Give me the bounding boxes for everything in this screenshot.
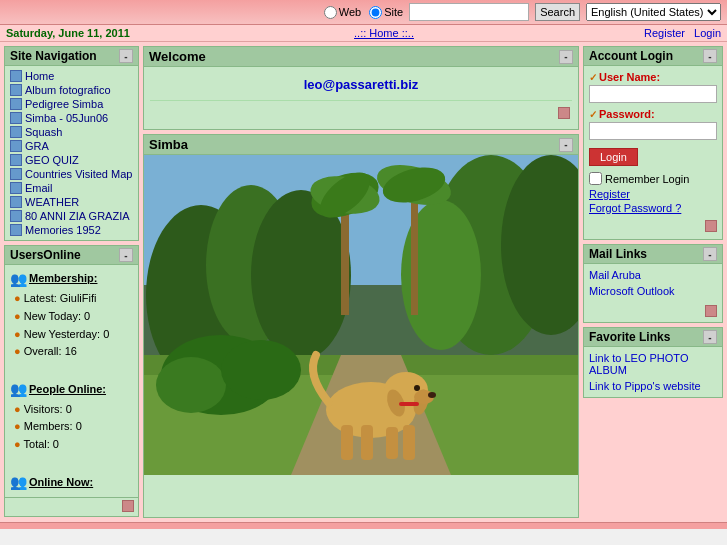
microsoft-outlook-link[interactable]: Microsoft Outlook bbox=[589, 283, 717, 299]
register-link[interactable]: Register bbox=[644, 27, 685, 39]
favorite-links-panel: Favorite Links - Link to LEO PHOTO ALBUM… bbox=[583, 327, 723, 398]
users-online-collapse-button[interactable]: - bbox=[119, 248, 133, 262]
mail-scroll-icon[interactable] bbox=[705, 305, 717, 317]
username-input[interactable] bbox=[589, 85, 717, 103]
overall-row: ● Overall: 16 bbox=[10, 343, 133, 361]
users-online-body: 👥 Membership: ● Latest: GiuliFifi ● New … bbox=[5, 265, 138, 497]
nav-email-link[interactable]: Email bbox=[25, 182, 53, 194]
online-now-icon: 👥 bbox=[10, 471, 27, 493]
svg-point-25 bbox=[428, 392, 436, 398]
people-online-label: People Online: bbox=[29, 381, 106, 399]
mail-links-title: Mail Links bbox=[589, 247, 647, 261]
nav-memories-link[interactable]: Memories 1952 bbox=[25, 224, 101, 236]
login-header-link[interactable]: Login bbox=[694, 27, 721, 39]
site-navigation-panel: Site Navigation - Home Album fotografico… bbox=[4, 46, 139, 241]
nav-gra-link[interactable]: GRA bbox=[25, 140, 49, 152]
welcome-img-placeholder bbox=[150, 105, 572, 123]
svg-point-26 bbox=[414, 385, 420, 391]
login-button[interactable]: Login bbox=[589, 148, 638, 166]
people-online-icon: 👥 bbox=[10, 378, 27, 400]
list-item: WEATHER bbox=[10, 195, 133, 209]
leo-photo-album-link[interactable]: Link to LEO PHOTO ALBUM bbox=[589, 350, 717, 378]
nav-pedigree-link[interactable]: Pedigree Simba bbox=[25, 98, 103, 110]
search-button[interactable]: Search bbox=[535, 3, 580, 21]
nav-squash-link[interactable]: Squash bbox=[25, 126, 62, 138]
favorite-links-header: Favorite Links - bbox=[584, 328, 722, 347]
remember-login-label: Remember Login bbox=[605, 173, 689, 185]
account-login-title: Account Login bbox=[589, 49, 673, 63]
welcome-title: Welcome bbox=[149, 49, 206, 64]
users-online-header: UsersOnline - bbox=[5, 246, 138, 265]
svg-rect-27 bbox=[399, 402, 419, 406]
login-scroll-icon[interactable] bbox=[705, 220, 717, 232]
nav-gra-icon bbox=[10, 140, 22, 152]
list-item: Pedigree Simba bbox=[10, 97, 133, 111]
membership-icon: 👥 bbox=[10, 268, 27, 290]
radio-site[interactable] bbox=[369, 6, 382, 19]
mail-links-collapse-button[interactable]: - bbox=[703, 247, 717, 261]
simba-image-area bbox=[144, 155, 578, 475]
nav-simba-link[interactable]: Simba - 05Jun06 bbox=[25, 112, 108, 124]
mail-panel-footer bbox=[589, 299, 717, 319]
site-navigation-body: Home Album fotografico Pedigree Simba Si… bbox=[5, 66, 138, 240]
visitors-text: Visitors: 0 bbox=[24, 403, 72, 415]
radio-web[interactable] bbox=[324, 6, 337, 19]
total-text: Total: 0 bbox=[24, 438, 59, 450]
login-links: Register Forgot Password ? bbox=[589, 188, 717, 214]
nav-squash-icon bbox=[10, 126, 22, 138]
welcome-collapse-button[interactable]: - bbox=[559, 50, 573, 64]
list-item: Email bbox=[10, 181, 133, 195]
overall-icon: ● bbox=[14, 345, 21, 357]
membership-label: Membership: bbox=[29, 270, 97, 288]
language-select[interactable]: English (United States) bbox=[586, 3, 721, 21]
latest-row: ● Latest: GiuliFifi bbox=[10, 290, 133, 308]
radio-site-label[interactable]: Site bbox=[369, 6, 403, 19]
nav-countries-link[interactable]: Countries Visited Map bbox=[25, 168, 132, 180]
site-nav-collapse-button[interactable]: - bbox=[119, 49, 133, 63]
welcome-scroll-icon[interactable] bbox=[558, 107, 570, 119]
visitors-row: ● Visitors: 0 bbox=[10, 401, 133, 419]
welcome-email: leo@passaretti.biz bbox=[150, 73, 572, 96]
favorite-links-collapse-button[interactable]: - bbox=[703, 330, 717, 344]
remember-login-checkbox[interactable] bbox=[589, 172, 602, 185]
people-online-row: 👥 People Online: bbox=[10, 378, 133, 400]
forgot-password-link[interactable]: Forgot Password ? bbox=[589, 202, 717, 214]
svg-point-18 bbox=[156, 357, 226, 413]
password-input[interactable] bbox=[589, 122, 717, 140]
new-today-text: New Today: 0 bbox=[24, 310, 90, 322]
site-navigation-header: Site Navigation - bbox=[5, 47, 138, 66]
radio-site-text: Site bbox=[384, 6, 403, 18]
nav-weather-link[interactable]: WEATHER bbox=[25, 196, 79, 208]
list-item: GRA bbox=[10, 139, 133, 153]
mail-aruba-link[interactable]: Mail Aruba bbox=[589, 267, 717, 283]
favorite-links-title: Favorite Links bbox=[589, 330, 670, 344]
nav-home-link[interactable]: Home bbox=[25, 70, 54, 82]
account-login-collapse-button[interactable]: - bbox=[703, 49, 717, 63]
nav-geoquiz-link[interactable]: GEO QUIZ bbox=[25, 154, 79, 166]
register-account-link[interactable]: Register bbox=[589, 188, 717, 200]
total-icon: ● bbox=[14, 438, 21, 450]
account-login-body: User Name: Password: Login Remember Logi… bbox=[584, 66, 722, 239]
users-online-panel: UsersOnline - 👥 Membership: ● Latest: Gi… bbox=[4, 245, 139, 517]
simba-collapse-button[interactable]: - bbox=[559, 138, 573, 152]
online-now-label: Online Now: bbox=[29, 474, 93, 492]
svg-rect-31 bbox=[403, 425, 415, 460]
svg-rect-28 bbox=[341, 425, 353, 460]
search-input[interactable] bbox=[409, 3, 529, 21]
nav-countries-icon bbox=[10, 168, 22, 180]
simba-header: Simba - bbox=[144, 135, 578, 155]
list-item: Album fotografico bbox=[10, 83, 133, 97]
pippo-website-link[interactable]: Link to Pippo's website bbox=[589, 378, 717, 394]
new-yesterday-text: New Yesterday: 0 bbox=[24, 328, 110, 340]
nav-home-text: ..:: Home ::.. bbox=[354, 27, 414, 39]
radio-web-label[interactable]: Web bbox=[324, 6, 361, 19]
home-link[interactable]: ..:: Home ::.. bbox=[354, 27, 414, 39]
membership-row: 👥 Membership: bbox=[10, 268, 133, 290]
nav-zia-link[interactable]: 80 ANNI ZIA GRAZIA bbox=[25, 210, 130, 222]
nav-geoquiz-icon bbox=[10, 154, 22, 166]
nav-pedigree-icon bbox=[10, 98, 22, 110]
nav-album-link[interactable]: Album fotografico bbox=[25, 84, 111, 96]
total-row: ● Total: 0 bbox=[10, 436, 133, 454]
users-scroll-icon[interactable] bbox=[122, 500, 134, 512]
svg-rect-11 bbox=[411, 185, 418, 315]
